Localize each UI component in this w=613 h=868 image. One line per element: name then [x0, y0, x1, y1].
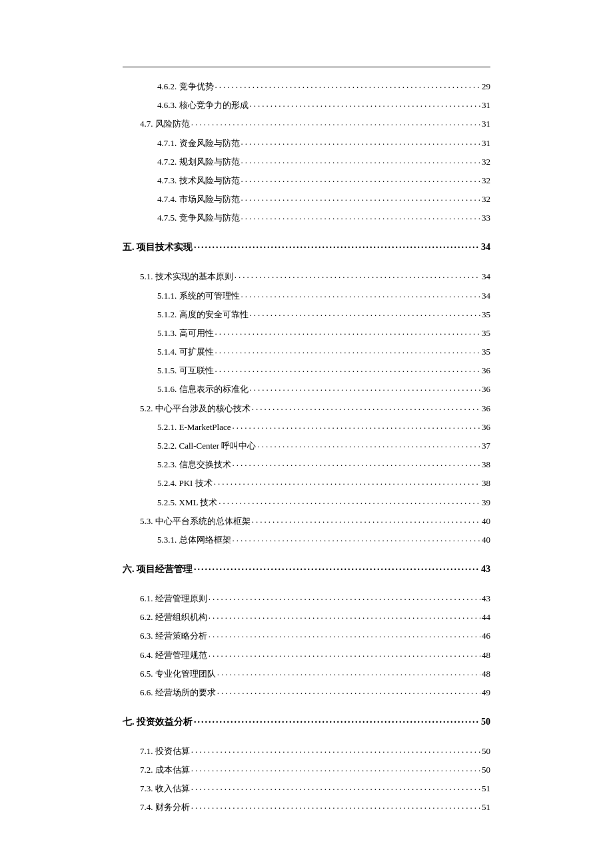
toc-entry-title: 5.1.2. 高度的安全可靠性 — [157, 310, 249, 319]
toc-entry-title: 5.1.6. 信息表示的标准化 — [157, 385, 249, 393]
toc-entry-page: 32 — [482, 176, 490, 185]
toc-entry-title: 4.6.2. 竞争优势 — [157, 82, 214, 91]
toc-entry-page: 31 — [482, 139, 490, 147]
toc-entry[interactable]: 5.2.3. 信息交换技术38 — [123, 459, 490, 469]
toc-entry-page: 40 — [482, 517, 490, 525]
toc-entry-page: 36 — [482, 366, 490, 375]
toc-leader-dots — [209, 649, 480, 658]
toc-leader-dots — [250, 99, 481, 108]
toc-entry-title: 5.2.2. Call-Center 呼叫中心 — [157, 441, 256, 450]
toc-entry[interactable]: 五. 项目技术实现34 — [123, 241, 490, 252]
toc-entry[interactable]: 7.1. 投资估算50 — [123, 745, 490, 755]
toc-entry[interactable]: 7.3. 收入估算51 — [123, 783, 490, 793]
toc-entry-title: 4.7.2. 规划风险与防范 — [157, 157, 240, 166]
toc-entry-page: 36 — [482, 385, 490, 393]
toc-entry[interactable]: 5.2.4. PKI 技术38 — [123, 477, 490, 487]
toc-entry[interactable]: 5.3. 中心平台系统的总体框架40 — [123, 515, 490, 525]
toc-entry-title: 7.2. 成本估算 — [140, 765, 190, 774]
toc-entry[interactable]: 4.7.2. 规划风险与防范32 — [123, 156, 490, 166]
toc-entry-page: 43 — [481, 565, 490, 574]
toc-entry[interactable]: 5.1.1. 系统的可管理性34 — [123, 290, 490, 300]
toc-entry[interactable]: 5.2.2. Call-Center 呼叫中心37 — [123, 440, 490, 450]
toc-leader-dots — [241, 212, 481, 221]
table-of-contents: 4.6.2. 竞争优势294.6.3. 核心竞争力的形成314.7. 风险防范3… — [123, 81, 490, 811]
toc-entry-title: 4.7.5. 竞争风险与防范 — [157, 213, 240, 222]
toc-entry-title: 5.3.1. 总体网络框架 — [157, 535, 231, 544]
toc-entry[interactable]: 4.6.3. 核心竞争力的形成31 — [123, 99, 490, 109]
toc-entry-page: 35 — [482, 347, 490, 356]
toc-leader-dots — [215, 365, 481, 373]
toc-leader-dots — [217, 668, 480, 677]
toc-leader-dots — [194, 715, 480, 725]
toc-leader-dots — [215, 327, 481, 336]
toc-entry-page: 44 — [482, 613, 490, 621]
toc-leader-dots — [191, 801, 480, 810]
toc-entry[interactable]: 6.5. 专业化管理团队48 — [123, 668, 490, 678]
toc-entry[interactable]: 5.3.1. 总体网络框架40 — [123, 534, 490, 544]
toc-entry[interactable]: 七. 投资效益分析50 — [123, 715, 490, 727]
toc-entry-page: 48 — [482, 651, 490, 659]
toc-entry-title: 5.2.1. E-MarketPlace — [157, 423, 231, 431]
toc-leader-dots — [217, 687, 480, 695]
toc-entry-page: 50 — [482, 765, 490, 774]
toc-entry-page: 43 — [482, 594, 490, 603]
toc-entry-page: 32 — [482, 195, 490, 203]
toc-entry-page: 34 — [482, 291, 490, 300]
toc-entry[interactable]: 4.7.3. 技术风险与防范32 — [123, 175, 490, 185]
toc-entry[interactable]: 5.1.3. 高可用性35 — [123, 327, 490, 337]
toc-leader-dots — [209, 611, 480, 620]
toc-entry[interactable]: 6.2. 经营组织机构44 — [123, 611, 490, 621]
toc-entry[interactable]: 4.6.2. 竞争优势29 — [123, 81, 490, 91]
toc-entry-title: 4.7.1. 资金风险与防范 — [157, 139, 240, 147]
toc-leader-dots — [241, 193, 481, 202]
toc-entry[interactable]: 5.1.5. 可互联性36 — [123, 365, 490, 375]
toc-entry[interactable]: 6.6. 经营场所的要求49 — [123, 687, 490, 697]
toc-entry-page: 38 — [482, 479, 490, 487]
toc-entry-page: 34 — [482, 272, 490, 281]
toc-entry-title: 6.1. 经营管理原则 — [140, 594, 207, 603]
toc-leader-dots — [209, 593, 480, 601]
toc-leader-dots — [252, 515, 480, 524]
toc-entry[interactable]: 六. 项目经营管理43 — [123, 563, 490, 574]
toc-entry-page: 32 — [482, 157, 490, 166]
toc-leader-dots — [233, 459, 481, 467]
toc-leader-dots — [214, 477, 480, 486]
toc-entry[interactable]: 6.3. 经营策略分析46 — [123, 630, 490, 640]
toc-entry-title: 6.2. 经营组织机构 — [140, 613, 207, 621]
toc-leader-dots — [191, 745, 480, 754]
toc-entry-title: 6.6. 经营场所的要求 — [140, 688, 216, 697]
toc-leader-dots — [241, 175, 481, 183]
toc-leader-dots — [209, 630, 480, 639]
toc-entry[interactable]: 7.2. 成本估算50 — [123, 764, 490, 774]
toc-entry[interactable]: 5.1.4. 可扩展性35 — [123, 346, 490, 356]
toc-leader-dots — [235, 271, 480, 279]
toc-entry[interactable]: 5.2.5. XML 技术39 — [123, 497, 490, 507]
toc-entry[interactable]: 5.2. 中心平台涉及的核心技术36 — [123, 403, 490, 413]
toc-leader-dots — [241, 137, 481, 146]
toc-entry-title: 5.2.4. PKI 技术 — [157, 479, 213, 487]
toc-entry-title: 4.7. 风险防范 — [140, 119, 190, 128]
toc-entry-title: 5.1.1. 系统的可管理性 — [157, 291, 240, 300]
toc-entry-title: 6.4. 经营管理规范 — [140, 651, 207, 659]
toc-leader-dots — [191, 783, 480, 791]
toc-entry[interactable]: 6.4. 经营管理规范48 — [123, 649, 490, 659]
toc-leader-dots — [215, 346, 481, 355]
toc-entry[interactable]: 5.2.1. E-MarketPlace36 — [123, 421, 490, 431]
toc-entry-title: 5.2.5. XML 技术 — [157, 498, 217, 507]
toc-entry[interactable]: 4.7.1. 资金风险与防范31 — [123, 137, 490, 147]
toc-entry-title: 6.3. 经营策略分析 — [140, 631, 207, 640]
toc-entry-page: 35 — [482, 329, 490, 337]
toc-entry-page: 50 — [482, 747, 490, 755]
toc-entry[interactable]: 4.7. 风险防范31 — [123, 118, 490, 128]
toc-entry[interactable]: 5.1. 技术实现的基本原则34 — [123, 271, 490, 281]
toc-entry[interactable]: 4.7.5. 竞争风险与防范33 — [123, 212, 490, 222]
toc-leader-dots — [250, 383, 481, 392]
toc-entry[interactable]: 5.1.6. 信息表示的标准化36 — [123, 383, 490, 393]
toc-entry-title: 5.1.3. 高可用性 — [157, 329, 214, 337]
toc-entry[interactable]: 5.1.2. 高度的安全可靠性35 — [123, 309, 490, 319]
toc-entry[interactable]: 4.7.4. 市场风险与防范32 — [123, 193, 490, 203]
toc-entry-title: 5.1.4. 可扩展性 — [157, 347, 214, 356]
toc-entry[interactable]: 6.1. 经营管理原则43 — [123, 593, 490, 603]
toc-entry-title: 4.7.4. 市场风险与防范 — [157, 195, 240, 203]
toc-entry[interactable]: 7.4. 财务分析51 — [123, 801, 490, 811]
